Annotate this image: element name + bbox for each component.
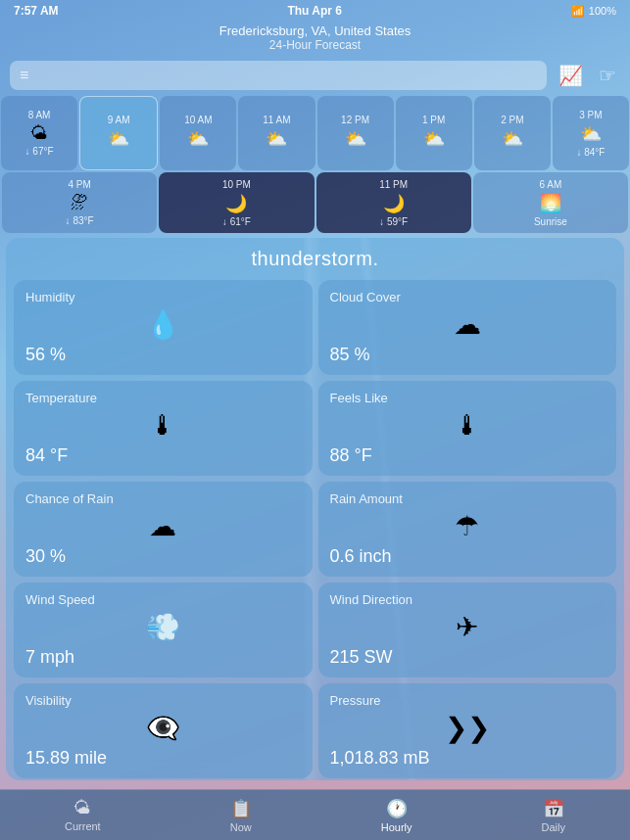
- hour-cell-1-pm[interactable]: 1 PM ⛅: [396, 96, 472, 170]
- stat-label-temperature: Temperature: [25, 391, 301, 405]
- forecast-subtitle: 24-Hour Forecast: [0, 38, 630, 52]
- hour-cell-11-am[interactable]: 11 AM ⛅: [238, 96, 315, 170]
- nav-label-daily: Daily: [542, 821, 565, 833]
- stat-label-rain-amount: Rain Amount: [330, 491, 606, 506]
- stat-label-chance-rain: Chance of Rain: [25, 491, 301, 506]
- hour-label: 1 PM: [422, 115, 445, 125]
- stat-value-humidity: 56 %: [25, 345, 301, 365]
- hour-cell-6-am[interactable]: 6 AM 🌅 Sunrise: [473, 172, 628, 233]
- stat-label-wind-direction: Wind Direction: [330, 592, 606, 607]
- hour-cell-11-pm[interactable]: 11 PM 🌙 ↓ 59°F: [316, 172, 471, 233]
- stat-label-cloud-cover: Cloud Cover: [330, 290, 606, 304]
- wifi-icon: 📶: [571, 5, 585, 18]
- stat-card-chance-rain: Chance of Rain ☁ 30 %: [14, 482, 313, 577]
- stat-card-humidity: Humidity 💧 56 %: [14, 280, 313, 375]
- status-right: 📶 100%: [571, 5, 616, 18]
- nav-icon-daily: 📅: [543, 798, 564, 819]
- header: Fredericksburg, VA, United States 24-Hou…: [0, 22, 630, 56]
- hour-temp: ↓ 83°F: [66, 215, 94, 226]
- stat-label-wind-speed: Wind Speed: [25, 592, 301, 607]
- hour-label: 11 AM: [263, 115, 290, 125]
- location-text: Fredericksburg, VA, United States: [0, 23, 630, 38]
- nav-label-hourly: Hourly: [381, 821, 412, 833]
- status-bar: 7:57 AM Thu Apr 6 📶 100%: [0, 0, 630, 22]
- hour-weather-icon: ⛅: [108, 128, 129, 150]
- hours-row-2: 4 PM ⛈ ↓ 83°F 10 PM 🌙 ↓ 61°F 11 PM 🌙 ↓ 5…: [1, 171, 629, 234]
- stat-icon-chance-rain: ☁: [149, 510, 176, 542]
- hour-label: 3 PM: [579, 110, 602, 120]
- cursor-icon: ☞: [595, 60, 620, 91]
- hours-row-1: 8 AM 🌤 ↓ 67°F 9 AM ⛅ 10 AM ⛅ 11 AM ⛅ 12 …: [0, 95, 630, 171]
- stat-icon-pressure: ❯❯: [445, 712, 490, 744]
- hour-cell-9-am[interactable]: 9 AM ⛅: [79, 96, 158, 170]
- stat-icon-temperature: 🌡: [149, 409, 176, 442]
- stat-value-wind-direction: 215 SW: [330, 647, 606, 668]
- hour-label: 2 PM: [501, 115, 523, 125]
- hour-cell-10-pm[interactable]: 10 PM 🌙 ↓ 61°F: [159, 172, 314, 233]
- hour-label: 10 PM: [222, 179, 251, 190]
- stat-icon-cloud-cover: ☁: [454, 308, 481, 341]
- stat-value-visibility: 15.89 mile: [25, 748, 301, 769]
- stat-value-feels-like: 88 °F: [330, 445, 606, 466]
- hour-temp: ↓ 67°F: [25, 146, 54, 157]
- hour-cell-3-pm[interactable]: 3 PM ⛅ ↓ 84°F: [553, 96, 629, 170]
- nav-item-daily[interactable]: 📅 Daily: [534, 794, 573, 837]
- hour-temp: ↓ 59°F: [379, 216, 408, 227]
- nav-item-now[interactable]: 📋 Now: [222, 794, 260, 837]
- stat-value-wind-speed: 7 mph: [25, 647, 301, 668]
- hour-weather-icon: 🌅: [540, 193, 561, 214]
- hour-label: 9 AM: [108, 115, 130, 125]
- nav-item-hourly[interactable]: 🕐 Hourly: [373, 794, 420, 837]
- stat-icon-humidity: 💧: [146, 308, 180, 341]
- stat-value-chance-rain: 30 %: [25, 546, 301, 567]
- hour-weather-icon: 🌙: [383, 193, 405, 214]
- hour-temp: ↓ 84°F: [576, 147, 605, 158]
- stat-value-cloud-cover: 85 %: [330, 345, 606, 365]
- hour-label: 11 PM: [379, 179, 408, 190]
- hour-label: 12 PM: [341, 115, 369, 125]
- hour-cell-2-pm[interactable]: 2 PM ⛅: [474, 96, 551, 170]
- hour-weather-icon: 🌙: [225, 193, 247, 214]
- hour-weather-icon: ⛅: [502, 128, 523, 150]
- stat-icon-visibility: 👁️‍🗨️: [146, 712, 180, 744]
- nav-icon-hourly: 🕐: [386, 798, 408, 819]
- nav-icon-now: 📋: [230, 798, 252, 819]
- hour-weather-icon: ⛈: [71, 193, 88, 213]
- nav-item-current[interactable]: 🌤 Current: [57, 794, 109, 836]
- nav-label-now: Now: [230, 821, 252, 833]
- status-time: 7:57 AM: [14, 4, 59, 18]
- hour-cell-8-am[interactable]: 8 AM 🌤 ↓ 67°F: [1, 96, 77, 170]
- top-controls: ≡ 📈 ☞: [0, 56, 630, 95]
- stat-icon-feels-like: 🌡: [454, 409, 481, 442]
- hour-weather-icon: ⛅: [345, 128, 366, 150]
- hour-label: 6 AM: [539, 179, 561, 190]
- hour-cell-4-pm[interactable]: 4 PM ⛈ ↓ 83°F: [2, 172, 157, 233]
- stat-card-visibility: Visibility 👁️‍🗨️ 15.89 mile: [14, 683, 313, 778]
- hour-cell-10-am[interactable]: 10 AM ⛅: [160, 96, 236, 170]
- stat-icon-rain-amount: ☂: [455, 510, 479, 542]
- bottom-nav: 🌤 Current 📋 Now 🕐 Hourly 📅 Daily: [0, 789, 630, 840]
- stat-value-rain-amount: 0.6 inch: [330, 546, 606, 567]
- stat-value-temperature: 84 °F: [25, 445, 301, 466]
- stats-grid: Humidity 💧 56 % Cloud Cover ☁ 85 % Tempe…: [6, 280, 624, 780]
- hour-temp: ↓ 61°F: [222, 216, 251, 227]
- list-icon: ≡: [20, 67, 28, 84]
- stat-icon-wind-direction: ✈: [456, 611, 478, 643]
- hour-label: 8 AM: [28, 110, 51, 120]
- detail-panel: thunderstorm. Humidity 💧 56 % Cloud Cove…: [6, 238, 624, 780]
- search-bar[interactable]: ≡: [10, 61, 547, 90]
- stat-label-feels-like: Feels Like: [330, 391, 606, 405]
- hour-weather-icon: ⛅: [423, 128, 445, 150]
- stat-label-visibility: Visibility: [25, 693, 301, 708]
- stat-card-wind-direction: Wind Direction ✈ 215 SW: [318, 583, 617, 677]
- panel-title: thunderstorm.: [6, 238, 624, 280]
- stat-label-humidity: Humidity: [25, 290, 301, 304]
- stat-icon-wind-speed: 💨: [146, 611, 180, 643]
- hour-cell-12-pm[interactable]: 12 PM ⛅: [317, 96, 394, 170]
- hour-label: 4 PM: [68, 179, 90, 190]
- stat-card-temperature: Temperature 🌡 84 °F: [14, 381, 313, 476]
- chart-icon[interactable]: 📈: [555, 60, 587, 91]
- stat-card-cloud-cover: Cloud Cover ☁ 85 %: [318, 280, 617, 375]
- stat-card-pressure: Pressure ❯❯ 1,018.83 mB: [318, 683, 617, 778]
- hour-weather-icon: ⛅: [580, 123, 602, 145]
